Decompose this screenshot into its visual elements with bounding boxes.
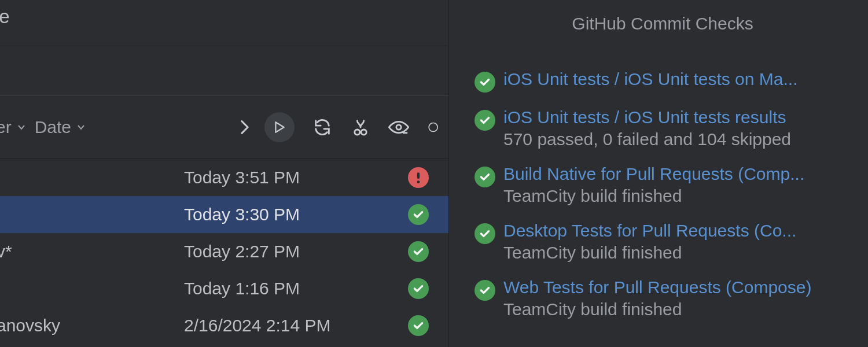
commit-date: Today 1:16 PM <box>184 279 300 298</box>
commit-date: 2/16/2024 2:14 PM <box>184 316 331 335</box>
top-header-region: ne <box>0 0 448 46</box>
check-link[interactable]: Web Tests for Pull Requests (Compose) <box>503 278 851 297</box>
filter-date[interactable]: Date <box>35 117 85 137</box>
check-link[interactable]: Desktop Tests for Pull Requests (Co... <box>503 221 851 241</box>
commit-list: Today 3:51 PM Today 3:30 PM v* Today 2:2… <box>0 159 448 347</box>
commit-date: Today 3:51 PM <box>184 168 300 187</box>
chevron-down-icon <box>77 123 85 131</box>
status-success-icon <box>475 167 495 187</box>
check-subtitle: 570 passed, 0 failed and 104 skipped <box>503 130 851 149</box>
chevron-right-icon[interactable] <box>234 117 255 138</box>
check-link[interactable]: iOS Unit tests / iOS Unit tests on Ma... <box>503 69 851 89</box>
run-button[interactable] <box>264 112 295 142</box>
checks-pane: GitHub Commit Checks iOS Unit tests / iO… <box>448 0 868 347</box>
commit-date: Today 3:30 PM <box>184 205 300 224</box>
status-success-icon <box>475 223 495 244</box>
cherry-pick-icon[interactable] <box>350 117 371 138</box>
svg-point-0 <box>355 130 360 135</box>
status-success-icon <box>475 110 495 131</box>
partial-icon[interactable] <box>426 117 438 138</box>
filter-date-label: Date <box>35 117 71 137</box>
check-subtitle: TeamCity build finished <box>503 300 851 319</box>
commit-row[interactable]: Today 3:30 PM <box>0 196 448 233</box>
checks-title: GitHub Commit Checks <box>475 14 851 34</box>
check-link[interactable]: iOS Unit tests / iOS Unit tests results <box>503 108 851 127</box>
commit-author: anovsky <box>0 316 60 335</box>
filter-toolbar: ser Date <box>0 95 448 159</box>
status-success-icon <box>408 315 429 336</box>
commit-row[interactable]: Today 3:51 PM <box>0 159 448 196</box>
check-item: iOS Unit tests / iOS Unit tests on Ma... <box>475 69 851 93</box>
commit-author: v* <box>0 242 12 261</box>
svg-point-1 <box>361 130 366 135</box>
svg-point-5 <box>417 180 420 183</box>
partial-title: ne <box>0 6 10 28</box>
check-subtitle: TeamCity build finished <box>503 243 851 263</box>
commit-row[interactable]: v* Today 2:27 PM <box>0 233 448 270</box>
check-link[interactable]: Build Native for Pull Requests (Comp... <box>503 164 851 184</box>
check-item: Web Tests for Pull Requests (Compose) Te… <box>475 278 851 319</box>
check-subtitle: TeamCity build finished <box>503 186 851 206</box>
commit-log-pane: ne ser Date <box>0 0 448 347</box>
status-success-icon <box>475 280 495 301</box>
status-success-icon <box>475 72 495 93</box>
svg-point-2 <box>396 125 401 130</box>
commit-date: Today 2:27 PM <box>184 242 300 261</box>
filter-user[interactable]: ser <box>0 117 25 137</box>
check-item: iOS Unit tests / iOS Unit tests results … <box>475 108 851 149</box>
eye-icon[interactable] <box>388 117 409 138</box>
filter-user-label: ser <box>0 117 12 137</box>
chevron-down-icon <box>17 123 25 131</box>
check-item: Build Native for Pull Requests (Comp... … <box>475 164 851 206</box>
status-success-icon <box>408 241 429 262</box>
svg-point-3 <box>429 123 437 132</box>
refresh-icon[interactable] <box>312 117 333 138</box>
commit-row[interactable]: Today 1:16 PM <box>0 270 448 307</box>
check-item: Desktop Tests for Pull Requests (Co... T… <box>475 221 851 263</box>
status-error-icon <box>408 167 429 188</box>
commit-row[interactable]: anovsky 2/16/2024 2:14 PM <box>0 307 448 344</box>
svg-rect-4 <box>417 172 420 179</box>
status-success-icon <box>408 204 429 225</box>
status-success-icon <box>408 278 429 299</box>
